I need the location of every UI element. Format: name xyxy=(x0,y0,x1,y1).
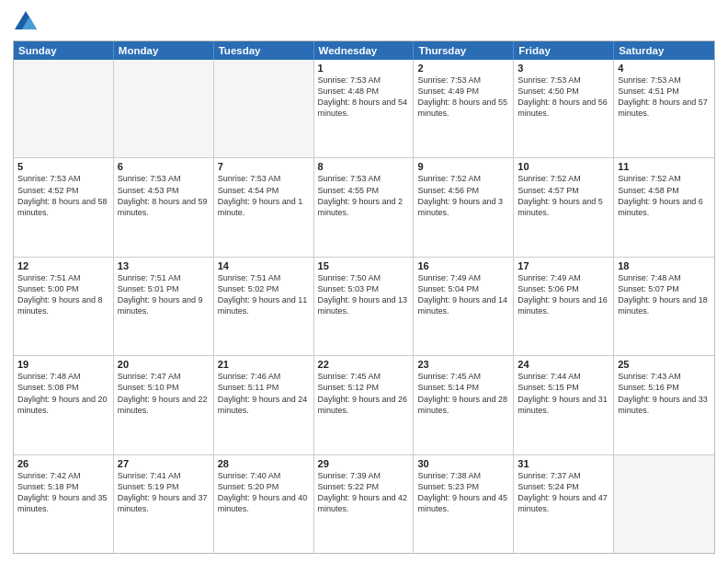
day-number: 19 xyxy=(17,359,109,370)
day-number: 12 xyxy=(17,260,109,271)
day-info: Sunrise: 7:51 AM Sunset: 5:02 PM Dayligh… xyxy=(218,272,310,317)
day-info: Sunrise: 7:52 AM Sunset: 4:58 PM Dayligh… xyxy=(618,173,711,218)
day-number: 9 xyxy=(417,161,509,172)
day-info: Sunrise: 7:50 AM Sunset: 5:03 PM Dayligh… xyxy=(318,272,410,317)
day-headers: SundayMondayTuesdayWednesdayThursdayFrid… xyxy=(14,41,714,60)
day-number: 25 xyxy=(618,359,711,370)
day-header-monday: Monday xyxy=(114,41,214,60)
day-info: Sunrise: 7:53 AM Sunset: 4:51 PM Dayligh… xyxy=(618,75,711,120)
day-header-sunday: Sunday xyxy=(14,41,114,60)
day-cell: 27Sunrise: 7:41 AM Sunset: 5:19 PM Dayli… xyxy=(114,455,214,553)
day-info: Sunrise: 7:49 AM Sunset: 5:04 PM Dayligh… xyxy=(417,272,509,317)
day-cell xyxy=(114,60,214,157)
day-cell: 9Sunrise: 7:52 AM Sunset: 4:56 PM Daylig… xyxy=(414,158,514,256)
day-cell: 12Sunrise: 7:51 AM Sunset: 5:00 PM Dayli… xyxy=(14,258,114,355)
day-info: Sunrise: 7:45 AM Sunset: 5:14 PM Dayligh… xyxy=(417,371,509,416)
day-cell: 18Sunrise: 7:48 AM Sunset: 5:07 PM Dayli… xyxy=(614,258,714,355)
day-cell: 25Sunrise: 7:43 AM Sunset: 5:16 PM Dayli… xyxy=(614,356,714,454)
day-info: Sunrise: 7:39 AM Sunset: 5:22 PM Dayligh… xyxy=(318,470,410,515)
calendar: SundayMondayTuesdayWednesdayThursdayFrid… xyxy=(13,40,715,554)
day-number: 20 xyxy=(118,359,210,370)
day-number: 29 xyxy=(318,458,410,469)
day-cell: 3Sunrise: 7:53 AM Sunset: 4:50 PM Daylig… xyxy=(514,60,614,157)
day-info: Sunrise: 7:37 AM Sunset: 5:24 PM Dayligh… xyxy=(518,470,609,515)
day-cell: 5Sunrise: 7:53 AM Sunset: 4:52 PM Daylig… xyxy=(14,158,114,256)
day-number: 21 xyxy=(218,359,310,370)
week-row-1: 1Sunrise: 7:53 AM Sunset: 4:48 PM Daylig… xyxy=(14,60,714,157)
day-number: 6 xyxy=(118,161,210,172)
day-number: 18 xyxy=(618,260,711,271)
day-number: 27 xyxy=(118,458,210,469)
day-cell: 30Sunrise: 7:38 AM Sunset: 5:23 PM Dayli… xyxy=(414,455,514,553)
day-cell: 13Sunrise: 7:51 AM Sunset: 5:01 PM Dayli… xyxy=(114,258,214,355)
day-cell: 28Sunrise: 7:40 AM Sunset: 5:20 PM Dayli… xyxy=(214,455,314,553)
day-info: Sunrise: 7:42 AM Sunset: 5:18 PM Dayligh… xyxy=(17,470,109,515)
day-number: 10 xyxy=(518,161,609,172)
day-header-thursday: Thursday xyxy=(414,41,514,60)
day-cell: 8Sunrise: 7:53 AM Sunset: 4:55 PM Daylig… xyxy=(314,158,415,256)
day-info: Sunrise: 7:49 AM Sunset: 5:06 PM Dayligh… xyxy=(518,272,609,317)
header xyxy=(13,9,715,35)
day-info: Sunrise: 7:51 AM Sunset: 5:01 PM Dayligh… xyxy=(118,272,210,317)
day-header-saturday: Saturday xyxy=(614,41,714,60)
day-number: 8 xyxy=(318,161,410,172)
day-number: 22 xyxy=(318,359,410,370)
day-cell: 31Sunrise: 7:37 AM Sunset: 5:24 PM Dayli… xyxy=(514,455,614,553)
page: SundayMondayTuesdayWednesdayThursdayFrid… xyxy=(0,0,728,563)
day-number: 24 xyxy=(518,359,609,370)
day-info: Sunrise: 7:38 AM Sunset: 5:23 PM Dayligh… xyxy=(417,470,509,515)
day-number: 17 xyxy=(518,260,609,271)
day-number: 30 xyxy=(417,458,509,469)
day-cell: 6Sunrise: 7:53 AM Sunset: 4:53 PM Daylig… xyxy=(114,158,214,256)
day-number: 11 xyxy=(618,161,711,172)
day-cell: 7Sunrise: 7:53 AM Sunset: 4:54 PM Daylig… xyxy=(214,158,314,256)
day-cell: 1Sunrise: 7:53 AM Sunset: 4:48 PM Daylig… xyxy=(314,60,415,157)
day-info: Sunrise: 7:53 AM Sunset: 4:48 PM Dayligh… xyxy=(318,75,410,120)
day-number: 28 xyxy=(218,458,310,469)
logo xyxy=(13,9,42,35)
day-info: Sunrise: 7:40 AM Sunset: 5:20 PM Dayligh… xyxy=(218,470,310,515)
day-number: 5 xyxy=(17,161,109,172)
day-cell: 20Sunrise: 7:47 AM Sunset: 5:10 PM Dayli… xyxy=(114,356,214,454)
day-number: 7 xyxy=(218,161,310,172)
logo-icon xyxy=(13,9,39,35)
day-number: 23 xyxy=(417,359,509,370)
day-cell: 24Sunrise: 7:44 AM Sunset: 5:15 PM Dayli… xyxy=(514,356,614,454)
week-row-3: 12Sunrise: 7:51 AM Sunset: 5:00 PM Dayli… xyxy=(14,257,714,355)
day-header-tuesday: Tuesday xyxy=(214,41,314,60)
day-info: Sunrise: 7:53 AM Sunset: 4:55 PM Dayligh… xyxy=(318,173,410,218)
day-cell: 26Sunrise: 7:42 AM Sunset: 5:18 PM Dayli… xyxy=(14,455,114,553)
day-number: 13 xyxy=(118,260,210,271)
day-info: Sunrise: 7:45 AM Sunset: 5:12 PM Dayligh… xyxy=(318,371,410,416)
day-number: 2 xyxy=(417,63,509,74)
day-info: Sunrise: 7:53 AM Sunset: 4:52 PM Dayligh… xyxy=(17,173,109,218)
day-info: Sunrise: 7:53 AM Sunset: 4:49 PM Dayligh… xyxy=(417,75,509,120)
day-number: 31 xyxy=(518,458,609,469)
day-number: 4 xyxy=(618,63,711,74)
day-header-friday: Friday xyxy=(514,41,614,60)
day-header-wednesday: Wednesday xyxy=(314,41,415,60)
day-cell: 14Sunrise: 7:51 AM Sunset: 5:02 PM Dayli… xyxy=(214,258,314,355)
day-info: Sunrise: 7:46 AM Sunset: 5:11 PM Dayligh… xyxy=(218,371,310,416)
day-number: 14 xyxy=(218,260,310,271)
day-info: Sunrise: 7:52 AM Sunset: 4:56 PM Dayligh… xyxy=(417,173,509,218)
day-number: 15 xyxy=(318,260,410,271)
day-cell: 17Sunrise: 7:49 AM Sunset: 5:06 PM Dayli… xyxy=(514,258,614,355)
day-cell xyxy=(14,60,114,157)
day-cell xyxy=(214,60,314,157)
day-cell: 16Sunrise: 7:49 AM Sunset: 5:04 PM Dayli… xyxy=(414,258,514,355)
day-cell xyxy=(614,455,714,553)
day-info: Sunrise: 7:52 AM Sunset: 4:57 PM Dayligh… xyxy=(518,173,609,218)
day-cell: 23Sunrise: 7:45 AM Sunset: 5:14 PM Dayli… xyxy=(414,356,514,454)
day-info: Sunrise: 7:48 AM Sunset: 5:07 PM Dayligh… xyxy=(618,272,711,317)
day-info: Sunrise: 7:53 AM Sunset: 4:53 PM Dayligh… xyxy=(118,173,210,218)
day-info: Sunrise: 7:47 AM Sunset: 5:10 PM Dayligh… xyxy=(118,371,210,416)
day-number: 26 xyxy=(17,458,109,469)
day-info: Sunrise: 7:44 AM Sunset: 5:15 PM Dayligh… xyxy=(518,371,609,416)
day-info: Sunrise: 7:53 AM Sunset: 4:54 PM Dayligh… xyxy=(218,173,310,218)
day-cell: 29Sunrise: 7:39 AM Sunset: 5:22 PM Dayli… xyxy=(314,455,415,553)
day-number: 16 xyxy=(417,260,509,271)
week-row-2: 5Sunrise: 7:53 AM Sunset: 4:52 PM Daylig… xyxy=(14,157,714,256)
day-number: 3 xyxy=(518,63,609,74)
day-cell: 2Sunrise: 7:53 AM Sunset: 4:49 PM Daylig… xyxy=(414,60,514,157)
